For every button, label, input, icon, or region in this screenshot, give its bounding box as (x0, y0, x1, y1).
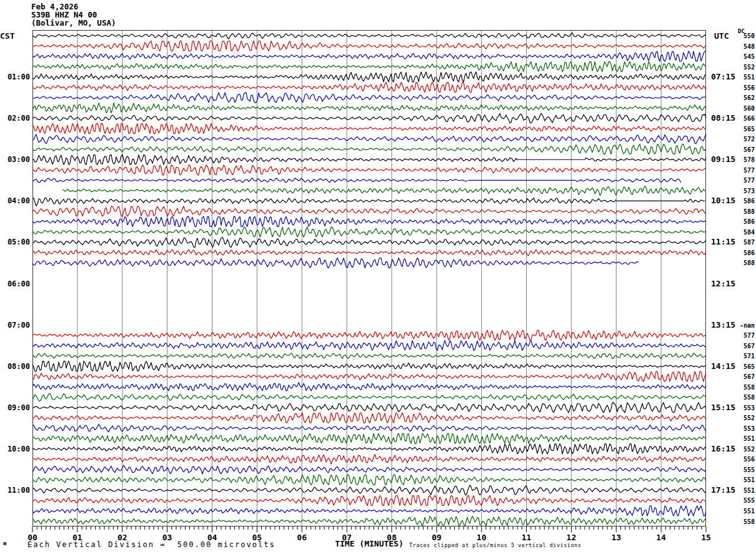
helicorder-page: Feb 4,2026 S39B HHZ N4 00 (Bolivar, MO, … (0, 0, 756, 554)
trace-row-42 (32, 465, 706, 474)
cst-hour-label: 03:00 (0, 155, 30, 164)
cst-hour-label: 09:00 (0, 403, 30, 412)
tiny-logo-glyph: ʍ (3, 540, 6, 546)
dc-offset-value: 567 (732, 373, 755, 380)
dc-offset-value: 558 (732, 394, 755, 401)
trace-row-30 (32, 341, 706, 351)
cst-hour-label: 02:00 (0, 114, 30, 123)
trace-row-4 (32, 72, 706, 82)
dc-offset-value: 588 (732, 259, 755, 266)
minute-tick-label: 13 (607, 533, 625, 542)
trace-row-36 (32, 403, 706, 413)
dc-offset-value: 552 (732, 446, 755, 453)
dc-offset-value: 551 (732, 476, 755, 483)
dc-offset-value: 551 (732, 487, 755, 494)
trace-row-29 (32, 330, 706, 340)
plot-border (33, 31, 706, 526)
minute-tick-label: 14 (652, 533, 670, 542)
dc-offset-value: 586 (732, 218, 755, 225)
dc-offset-value: 565 (732, 126, 755, 133)
dc-offset-value: 566 (732, 115, 755, 122)
trace-row-37 (32, 413, 706, 423)
dc-offset-value: 553 (732, 405, 755, 411)
minute-tick-label: 15 (697, 533, 715, 542)
dc-offset-value: 584 (732, 229, 755, 236)
trace-row-34 (32, 383, 706, 391)
trace-row-8 (32, 113, 706, 123)
vertical-division-note: Each Vertical Division = 500.00 microvol… (27, 540, 276, 549)
seismogram-traces (32, 30, 706, 535)
trace-row-7 (32, 103, 706, 113)
dc-offset-value: 551 (732, 435, 755, 442)
trace-row-43 (32, 475, 706, 485)
dc-offset-value: 555 (732, 466, 755, 473)
dc-offset-value: 555 (732, 497, 755, 504)
dc-offset-value: 551 (732, 74, 755, 81)
trace-row-21 (32, 249, 706, 255)
dc-offset-value: 567 (732, 146, 755, 153)
dc-offset-value: 586 (732, 198, 755, 204)
dc-offset-value: 586 (732, 249, 755, 256)
cst-timezone-label: CST (0, 31, 14, 41)
trace-row-19 (32, 227, 706, 237)
dc-offset-value: 578 (732, 156, 755, 163)
trace-row-6 (32, 93, 706, 103)
trace-row-14 (576, 179, 681, 183)
trace-row-13 (32, 165, 706, 175)
cst-hour-label: 06:00 (0, 280, 30, 288)
dc-offset-value: 567 (732, 343, 755, 350)
dc-offset-value: 560 (732, 105, 755, 112)
trace-row-12 (585, 158, 706, 161)
dc-offset-value: 551 (732, 508, 755, 515)
trace-row-15 (62, 186, 705, 196)
trace-row-5 (32, 83, 706, 93)
trace-row-14 (32, 178, 467, 183)
cst-hour-label: 08:00 (0, 362, 30, 371)
cst-hour-label: 10:00 (0, 445, 30, 453)
dc-offset-value: 548 (732, 43, 755, 50)
cst-hour-label: 01:00 (0, 73, 30, 81)
dc-offset-value: 556 (732, 84, 755, 91)
dc-offset-value: 552 (732, 415, 755, 421)
clipping-note: Traces clipped at plus/minus 5 vertical … (409, 542, 581, 548)
trace-row-3 (32, 62, 706, 72)
trace-row-35 (32, 393, 706, 401)
trace-row-0 (32, 33, 706, 39)
dc-offset-value: 588 (732, 208, 755, 215)
dc-offset-value: 556 (732, 456, 755, 463)
dc-offset-value: 573 (732, 188, 755, 194)
trace-row-16 (684, 199, 705, 203)
trace-row-33 (32, 371, 706, 381)
cst-hour-label: 04:00 (0, 196, 30, 205)
trace-row-20 (32, 237, 706, 247)
dc-offset-value: -nan (732, 322, 755, 329)
trace-row-32 (32, 361, 706, 371)
trace-row-41 (32, 455, 706, 465)
trace-row-47 (32, 516, 706, 526)
title-location: (Bolivar, MO, USA) (31, 18, 116, 28)
trace-row-22 (32, 258, 639, 268)
minute-tick-label: 11 (518, 533, 535, 542)
dc-offset-value: 552 (732, 64, 755, 71)
trace-row-45 (32, 496, 706, 506)
dc-offset-value: 587 (732, 239, 755, 246)
dc-offset-value: 553 (732, 425, 755, 432)
dc-offset-value: 558 (732, 384, 755, 391)
dc-offset-value: 565 (732, 363, 755, 370)
utc-hour-label: 12:15 (711, 279, 740, 288)
cst-hour-label: 11:00 (0, 486, 30, 495)
dc-offset-value: 558 (732, 518, 755, 525)
trace-row-2 (32, 51, 706, 61)
trace-row-9 (32, 124, 706, 134)
trace-row-18 (32, 216, 706, 226)
trace-row-10 (32, 134, 706, 143)
minute-tick-label: 12 (562, 533, 580, 542)
cst-hour-label: 05:00 (0, 238, 30, 246)
dc-offset-value: 572 (732, 136, 755, 143)
trace-row-1 (32, 41, 706, 51)
trace-row-16 (32, 198, 616, 206)
dc-offset-value: 577 (732, 177, 755, 184)
trace-row-38 (32, 425, 706, 432)
trace-row-46 (32, 506, 706, 516)
trace-row-12 (32, 154, 517, 164)
